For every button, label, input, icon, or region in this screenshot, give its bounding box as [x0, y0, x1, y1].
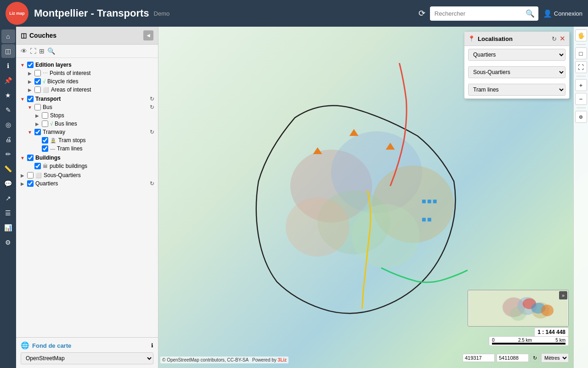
areas-expand[interactable]: ▶ [27, 87, 33, 92]
chart-tool[interactable]: 📊 [1, 221, 15, 235]
buslines-expand[interactable]: ▶ [34, 121, 40, 126]
expand-all-tool[interactable]: ⛶ [30, 47, 36, 55]
search-button[interactable]: 🔍 [522, 6, 538, 21]
buildings-expand[interactable]: ▼ [20, 155, 25, 161]
sous-quartiers-checkbox[interactable] [27, 172, 34, 178]
public-buildings-row[interactable]: ▶ 🏛 public buildings [25, 162, 156, 170]
edition-layers-expand[interactable]: ▼ [20, 63, 25, 68]
minimap-expand-button[interactable]: » [559, 291, 567, 299]
bus-row[interactable]: ▼ Bus ↻ [25, 103, 156, 111]
tramstops-checkbox[interactable] [42, 137, 48, 144]
bicycle-expand[interactable]: ▶ [27, 79, 33, 84]
stops-checkbox[interactable] [42, 112, 48, 119]
basemap-select[interactable]: OpenStreetMap Google Maps Bing Maps None [21, 352, 153, 364]
bus-refresh[interactable]: ↻ [150, 104, 154, 110]
coord-refresh-button[interactable]: ↻ [531, 354, 539, 362]
stops-row[interactable]: ▶ Stops [33, 111, 156, 120]
bicycle-checkbox[interactable] [34, 78, 41, 85]
ctrl-separator-1 [577, 44, 586, 45]
layers-tool[interactable]: ◫ [1, 44, 15, 58]
public-buildings-checkbox[interactable] [34, 163, 41, 169]
star-tool[interactable]: ★ [1, 88, 15, 102]
eye-tool[interactable]: 👁 [21, 47, 27, 55]
poi-checkbox[interactable] [34, 70, 41, 76]
unit-select[interactable]: Mètres Km [541, 353, 569, 362]
tramway-checkbox[interactable] [34, 129, 41, 135]
fullextent-button[interactable]: □ [575, 47, 587, 59]
buslines-checkbox[interactable] [42, 121, 48, 127]
edition-layers-row[interactable]: ▼ Edition layers [18, 61, 156, 69]
edition-layers-checkbox[interactable] [27, 62, 34, 68]
localisation-close-button[interactable]: ✕ [560, 34, 565, 43]
quartiers-checkbox[interactable] [27, 180, 34, 187]
minimap-svg [468, 290, 568, 326]
bus-expand[interactable]: ▼ [27, 105, 33, 110]
coord-y-input[interactable] [497, 354, 529, 362]
zoom-out-button[interactable]: − [575, 93, 587, 105]
tramlines-checkbox[interactable] [42, 145, 48, 152]
transport-row[interactable]: ▼ Transport ↻ [18, 95, 156, 103]
tramway-refresh[interactable]: ↻ [150, 129, 154, 135]
buslines-row[interactable]: ▶ √ Bus lines [33, 120, 156, 128]
quartiers-expand[interactable]: ▶ [20, 181, 25, 186]
search-layers-tool[interactable]: 🔍 [47, 47, 55, 55]
coord-x-input[interactable] [463, 354, 495, 362]
public-buildings-label: public buildings [50, 163, 154, 169]
measure-tool[interactable]: 📏 [1, 162, 15, 176]
svg-point-7 [541, 305, 554, 316]
sous-quartiers-select[interactable]: Sous-Quartiers [468, 66, 565, 78]
tramway-expand[interactable]: ▼ [27, 130, 33, 135]
poi-row[interactable]: ▶ ⋯ Points of interest [25, 69, 156, 77]
info-tool[interactable]: ℹ [1, 59, 15, 73]
tramlines-row[interactable]: ▶ — Tram lines [33, 144, 156, 153]
search-input[interactable] [430, 7, 522, 20]
stops-expand[interactable]: ▶ [34, 113, 40, 118]
chat-tool[interactable]: 💬 [1, 177, 15, 190]
transport-expand[interactable]: ▼ [20, 97, 25, 102]
tramstops-row[interactable]: ▶ 🚊 Tram stops [33, 136, 156, 144]
areas-row[interactable]: ▶ ⬜ Areas of interest [25, 86, 156, 94]
map-container[interactable]: 📍 Localisation ↻ ✕ Quartiers Sous-Quarti… [158, 27, 588, 368]
bicycle-row[interactable]: ▶ √ Bicycle rides [25, 77, 156, 86]
collapse-all-tool[interactable]: ⊞ [39, 47, 45, 55]
mini-map: » [468, 290, 569, 327]
settings-tool[interactable]: ⚙ [1, 236, 15, 249]
areas-checkbox[interactable] [34, 86, 41, 93]
quartiers-select[interactable]: Quartiers [468, 49, 565, 61]
home-tool[interactable]: ⌂ [1, 29, 15, 43]
transport-refresh[interactable]: ↻ [150, 96, 154, 102]
localisation-refresh-button[interactable]: ↻ [552, 35, 557, 42]
list-tool[interactable]: ☰ [1, 206, 15, 220]
pan-tool-button[interactable]: 🖐 [575, 29, 587, 41]
sidebar-title-text: Couches [29, 32, 57, 39]
header: Liz map Montpellier - Transports Demo ⟳ … [0, 0, 588, 27]
edit-tool[interactable]: ✎ [1, 103, 15, 117]
sous-quartiers-row[interactable]: ▶ ⬜ Sous-Quartiers [18, 171, 156, 179]
sidebar-header: ◫ Couches ◄ [16, 27, 158, 45]
scale-inputs: ↻ Mètres Km [463, 353, 569, 362]
tramway-row[interactable]: ▼ Tramway ↻ [25, 128, 156, 136]
transport-checkbox[interactable] [27, 96, 34, 102]
bus-checkbox[interactable] [34, 104, 41, 110]
pin-tool[interactable]: 📌 [1, 74, 15, 87]
buildings-checkbox[interactable] [27, 155, 34, 161]
search-bar: 🔍 [430, 6, 538, 21]
map-settings-button[interactable]: ⚙ [575, 111, 587, 123]
login-button[interactable]: 👤 Connexion [543, 9, 582, 18]
zoom-in-button[interactable]: + [575, 79, 587, 91]
quartiers-refresh[interactable]: ↻ [150, 180, 154, 187]
tramlines-loc-select[interactable]: Tram lines [468, 84, 565, 96]
gps-button[interactable]: ⟳ [418, 8, 425, 18]
locate-tool[interactable]: ◎ [1, 118, 15, 132]
fullscreen-button[interactable]: ⛶ [575, 61, 587, 73]
localisation-title: Localisation [478, 35, 549, 42]
transport-group: ▼ Transport ↻ ▼ Bus ↻ ▶ Stops [18, 95, 156, 153]
sous-quartiers-expand[interactable]: ▶ [20, 173, 25, 178]
print-tool[interactable]: 🖨 [1, 132, 15, 146]
poi-expand[interactable]: ▶ [27, 71, 33, 76]
quartiers-row[interactable]: ▶ Quartiers ↻ [18, 179, 156, 188]
sidebar-close-button[interactable]: ◄ [143, 30, 153, 40]
buildings-row[interactable]: ▼ Buildings [18, 154, 156, 162]
share-tool[interactable]: ↗ [1, 191, 15, 205]
draw-tool[interactable]: ✏ [1, 147, 15, 161]
